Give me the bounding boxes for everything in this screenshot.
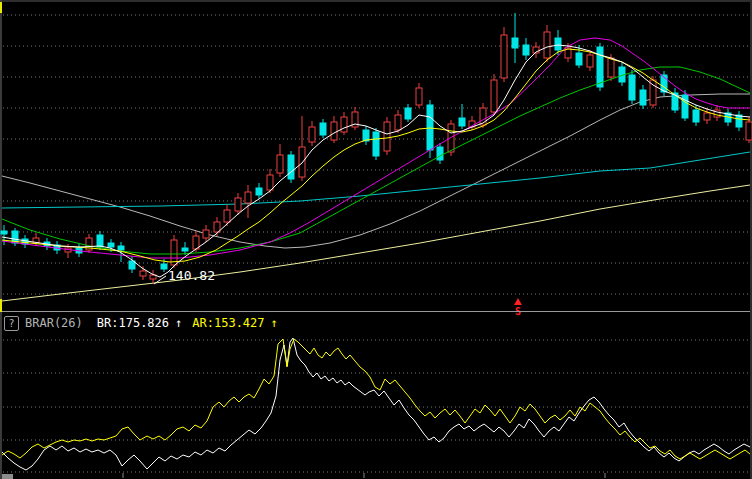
candle-body [597, 47, 603, 87]
br-value: BR:175.826 [97, 314, 169, 332]
candle-body [555, 38, 561, 50]
candle-body [437, 147, 443, 160]
candle-body [161, 264, 167, 269]
candle-body [704, 113, 710, 120]
candle-body [373, 132, 379, 156]
candle-body [182, 248, 188, 251]
candle-body [97, 235, 103, 247]
candle-body [320, 123, 326, 135]
left-border [0, 0, 2, 479]
candle-body [395, 115, 401, 130]
candle-body [331, 122, 337, 140]
help-button[interactable]: ? [4, 316, 19, 331]
candle-body [544, 32, 550, 58]
trading-chart-window: 140.82S ? BRAR(26) BR:175.826 ↑ AR:153.4… [0, 0, 752, 479]
candle-body [523, 45, 529, 55]
left-edge-mark [0, 2, 2, 13]
candle-body [118, 246, 124, 250]
candle-body [501, 35, 507, 78]
candle-body [299, 147, 305, 177]
candle-body [491, 80, 497, 112]
candle-body [108, 243, 114, 247]
candle-body [629, 75, 635, 100]
candle-body [405, 108, 411, 119]
candle-body [203, 230, 209, 238]
low-price-label: 140.82 [168, 268, 215, 283]
indicator-header: ? BRAR(26) BR:175.826 ↑ AR:153.427 ↑ [2, 314, 750, 332]
candle-body [608, 58, 614, 77]
candle-body [214, 222, 220, 232]
candle-body [277, 155, 283, 173]
candle-body [384, 122, 390, 151]
candle-body [341, 117, 347, 132]
top-border [0, 0, 752, 2]
indicator-name[interactable]: BRAR(26) [25, 314, 83, 332]
candle-body [587, 55, 593, 67]
candle-body [746, 122, 752, 140]
candle-body [245, 192, 251, 203]
ar-value: AR:153.427 [192, 314, 264, 332]
candle-body [267, 175, 273, 190]
candle-body [459, 118, 465, 126]
bottom-left-handle [2, 474, 13, 479]
br-up-arrow: ↑ [175, 314, 182, 332]
candle-body [640, 90, 646, 105]
candle-body [576, 53, 582, 65]
candle-body [416, 88, 422, 105]
candle-body [235, 198, 241, 211]
candle-body [140, 271, 146, 276]
ar-up-arrow: ↑ [271, 314, 278, 332]
candle-body [693, 110, 699, 122]
left-edge-mark [0, 299, 2, 312]
chart-canvas[interactable]: 140.82S [0, 0, 752, 479]
candle-body [224, 210, 230, 222]
candle-body [309, 127, 315, 142]
candle-body [288, 155, 294, 179]
candle-body [512, 38, 518, 48]
candle-body [1, 231, 7, 234]
candle-body [256, 188, 262, 195]
candle-body [736, 115, 742, 127]
